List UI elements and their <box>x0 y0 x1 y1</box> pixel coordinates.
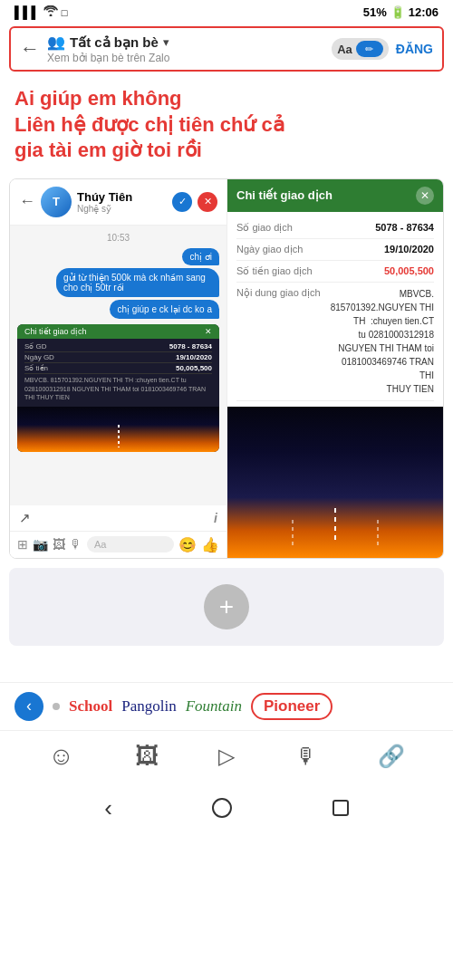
chat-header: ← T Thúy Tiên Nghệ sỹ ✓ ✕ <box>10 179 226 226</box>
friends-icon: 👥 <box>47 34 65 51</box>
chat-back-button[interactable]: ← <box>19 192 35 211</box>
spacer <box>0 655 453 682</box>
road-bg-right <box>227 407 443 558</box>
plus-button[interactable]: + <box>204 584 249 629</box>
main-line2: Liên hệ được chị tiên chứ cả <box>14 112 439 139</box>
trans-rows: Số giao dịch 5078 - 87634 Ngày giao dịch… <box>227 212 443 407</box>
search-subtitle: Xem bởi bạn bè trên Zalo <box>47 52 324 64</box>
clock: 12:06 <box>409 5 439 19</box>
image-icon[interactable]: 🖼 <box>135 742 159 770</box>
nested-value-1: 5078 - 87634 <box>169 342 212 351</box>
signal-icon: ▌▌▌ <box>14 5 40 19</box>
trans-row-3: Số tiền giao dịch 50,005,500 <box>236 261 434 283</box>
nav-recents-button[interactable] <box>333 800 349 816</box>
grid-icon[interactable]: ⊞ <box>17 537 28 552</box>
nested-label-1: Số GD <box>24 342 47 351</box>
status-right: 51% 🔋 12:06 <box>363 5 439 19</box>
status-bar: ▌▌▌ □ 51% 🔋 12:06 <box>0 0 453 23</box>
nested-note: MBVCB. 815701392.NGUYEN THI TH :chuyen t… <box>24 374 212 404</box>
trans-value-4: MBVCB.815701392.NGUYEN THITH :chuyen tie… <box>326 287 434 396</box>
font-pioneer[interactable]: Pioneer <box>251 693 333 720</box>
video-icon[interactable]: ▷ <box>218 744 235 769</box>
close-chat-button[interactable]: ✕ <box>198 192 217 212</box>
road-lines <box>118 425 120 447</box>
trans-value-1: 5078 - 87634 <box>375 222 434 234</box>
font-school[interactable]: School <box>69 697 112 716</box>
back-button[interactable]: ← <box>20 37 40 61</box>
trans-label-3: Số tiền giao dịch <box>236 265 313 277</box>
emoji-icon[interactable]: 😊 <box>178 536 197 553</box>
wifi-icon <box>43 5 58 19</box>
toggle-icon: ✏ <box>365 43 373 55</box>
main-line1: Ai giúp em không <box>14 86 439 112</box>
trans-label-1: Số giao dịch <box>236 222 293 234</box>
smiley-icon[interactable]: ☺ <box>48 742 74 771</box>
trans-label-2: Ngày giao dịch <box>236 244 303 255</box>
dang-button[interactable]: ĐĂNG <box>396 42 433 56</box>
info-icon[interactable]: i <box>214 511 217 525</box>
mic-icon[interactable]: 🎙 <box>70 537 82 552</box>
trans-value-3: 50,005,500 <box>384 265 434 277</box>
msg2-bubble: chị giúp e ck lại dc ko a <box>110 300 219 319</box>
search-actions: Aa ✏ ĐĂNG <box>332 38 433 60</box>
chat-panel: ← T Thúy Tiên Nghệ sỹ ✓ ✕ 10:53 chị ơi g… <box>10 179 227 558</box>
bottom-toolbar: ☺ 🖼 ▷ 🎙 🔗 <box>0 730 453 782</box>
nested-row-3: Số tiền 50,005,500 <box>24 363 212 374</box>
trans-row-1: Số giao dịch 5078 - 87634 <box>236 217 434 239</box>
trans-row-2: Ngày giao dịch 19/10/2020 <box>236 239 434 261</box>
font-pangolin[interactable]: Pangolin <box>121 697 176 716</box>
chat-messages: 10:53 chị ơi gửi từ thiện 500k mà ck nhầ… <box>10 226 226 505</box>
share-row: ↗ i <box>10 505 226 531</box>
status-left: ▌▌▌ □ <box>14 5 67 19</box>
font-selector-bar: ‹ School Pangolin Fountain Pioneer <box>0 682 453 730</box>
time-label: 10:53 <box>17 233 219 243</box>
trans-close-button[interactable]: ✕ <box>416 187 434 205</box>
aa-label: Aa <box>337 43 352 56</box>
camera-icon[interactable]: 📷 <box>33 537 48 552</box>
nested-rows: Số GD 5078 - 87634 Ngày GD 19/10/2020 Số… <box>17 339 219 407</box>
trans-row-4: Nội dung giao dịch MBVCB.815701392.NGUYE… <box>236 283 434 401</box>
road-bg <box>17 407 219 452</box>
nav-home-button[interactable] <box>212 798 232 818</box>
msg-label-row: chị ơi <box>17 248 219 265</box>
mic-bottom-icon[interactable]: 🎙 <box>295 744 317 769</box>
search-title: Tất cả bạn bè <box>70 34 159 51</box>
msg-label: chị ơi <box>182 248 219 265</box>
link-icon[interactable]: 🔗 <box>378 744 405 769</box>
font-fountain[interactable]: Fountain <box>186 697 242 716</box>
nested-transaction-image: Chi tiết giao dịch ✕ Số GD 5078 - 87634 … <box>17 324 219 452</box>
chat-input[interactable]: Aa <box>87 536 174 552</box>
font-nav-back[interactable]: ‹ <box>14 692 43 721</box>
share-icon[interactable]: ↗ <box>19 510 31 526</box>
toggle-thumb[interactable]: ✏ <box>356 41 383 57</box>
chat-user-info: Thúy Tiên Nghệ sỹ <box>77 190 167 214</box>
nested-value-3: 50,005,500 <box>176 364 212 372</box>
android-nav-bar: ‹ <box>0 782 453 835</box>
nav-back-button[interactable]: ‹ <box>104 794 112 822</box>
transaction-panel: Chi tiết giao dịch ✕ Số giao dịch 5078 -… <box>227 179 443 558</box>
search-middle: 👥 Tất cả bạn bè ▾ Xem bởi bạn bè trên Za… <box>47 34 324 64</box>
nested-title: Chi tiết giao dịch <box>24 327 87 336</box>
msg1-bubble: gửi từ thiện 500k mà ck nhầm sang cho ch… <box>56 268 219 297</box>
sim-icon: □ <box>62 7 68 18</box>
check-button[interactable]: ✓ <box>172 192 192 212</box>
nested-header: Chi tiết giao dịch ✕ <box>17 324 219 339</box>
nested-row-2: Ngày GD 19/10/2020 <box>24 352 212 363</box>
aa-toggle[interactable]: Aa ✏ <box>332 38 389 60</box>
like-icon[interactable]: 👍 <box>201 536 219 553</box>
nested-label-2: Ngày GD <box>24 353 54 361</box>
main-text-area: Ai giúp em không Liên hệ được chị tiên c… <box>0 75 453 171</box>
nested-label-3: Số tiền <box>24 364 48 372</box>
screenshot-area: ← T Thúy Tiên Nghệ sỹ ✓ ✕ 10:53 chị ơi g… <box>9 178 444 559</box>
user-avatar: T <box>41 187 72 217</box>
road-lines-right <box>334 508 336 544</box>
plus-area: + <box>9 568 444 646</box>
trans-value-2: 19/10/2020 <box>384 244 434 255</box>
search-title-row: 👥 Tất cả bạn bè ▾ <box>47 34 324 51</box>
chat-user-sub: Nghệ sỹ <box>77 204 167 214</box>
nested-close: ✕ <box>205 327 212 336</box>
dropdown-icon[interactable]: ▾ <box>163 35 169 49</box>
photo-icon[interactable]: 🖼 <box>53 537 65 552</box>
battery-icon: 🔋 <box>390 5 405 19</box>
main-line3: gia tài em giờ toi rồi <box>14 138 439 164</box>
